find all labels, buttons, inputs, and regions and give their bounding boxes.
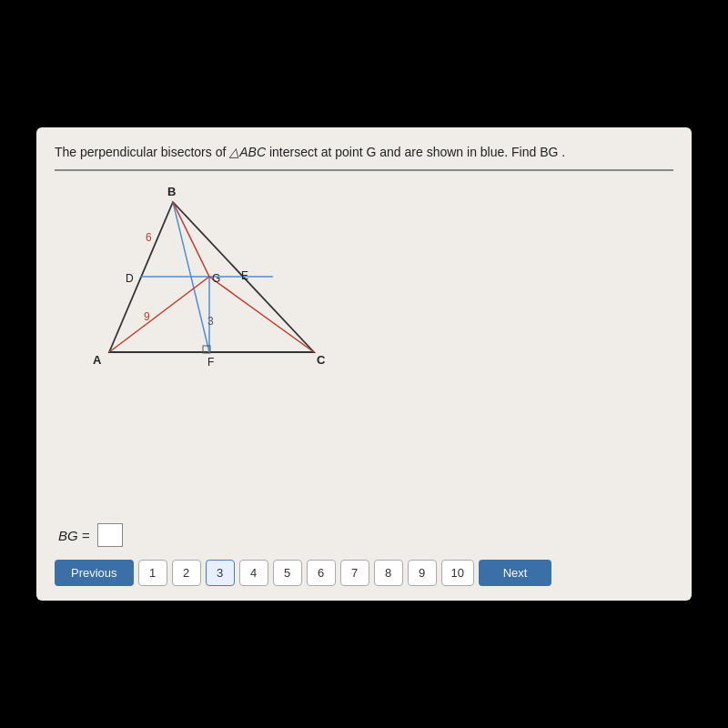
nav-row: Previous 1 2 3 4 5 6 7 8 9 10 Next [55, 560, 673, 586]
answer-label: BG = [58, 528, 90, 543]
svg-line-6 [173, 202, 209, 277]
page-2-button[interactable]: 2 [172, 560, 201, 586]
page-8-button[interactable]: 8 [374, 560, 403, 586]
answer-input-box[interactable] [97, 523, 123, 547]
label-C: C [317, 353, 326, 367]
page-4-button[interactable]: 4 [239, 560, 268, 586]
svg-line-5 [209, 277, 314, 352]
previous-button[interactable]: Previous [55, 560, 134, 586]
main-screen: The perpendicular bisectors of △ABC inte… [36, 127, 692, 601]
question-text-start: The perpendicular bisectors of [55, 145, 229, 159]
label-9: 9 [144, 310, 150, 323]
label-G: G [212, 272, 220, 285]
label-A: A [93, 353, 102, 367]
svg-line-4 [109, 277, 209, 352]
diagram-area: B A C D E F G 6 9 3 [55, 184, 673, 511]
question-text: The perpendicular bisectors of △ABC inte… [55, 144, 673, 171]
page-5-button[interactable]: 5 [273, 560, 302, 586]
diagram-svg: B A C D E F G 6 9 3 [73, 184, 364, 375]
page-9-button[interactable]: 9 [408, 560, 437, 586]
label-B: B [167, 185, 176, 198]
label-F: F [207, 356, 214, 369]
label-E: E [241, 269, 248, 282]
label-D: D [126, 272, 134, 285]
page-1-button[interactable]: 1 [138, 560, 167, 586]
page-6-button[interactable]: 6 [307, 560, 336, 586]
next-button[interactable]: Next [479, 560, 551, 586]
page-10-button[interactable]: 10 [441, 560, 474, 586]
page-7-button[interactable]: 7 [340, 560, 369, 586]
question-text-end: intersect at point G and are shown in bl… [266, 145, 565, 159]
page-3-button[interactable]: 3 [206, 560, 235, 586]
answer-row: BG = [55, 523, 673, 547]
label-6: 6 [146, 231, 152, 244]
triangle-label: △ABC [229, 145, 266, 159]
label-3: 3 [207, 315, 214, 328]
